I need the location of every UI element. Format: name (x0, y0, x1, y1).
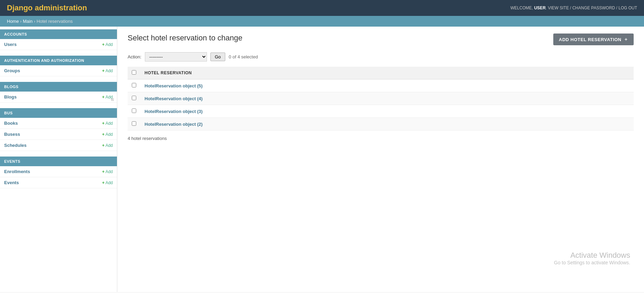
sidebar-item-events: Events+ Add (0, 177, 117, 188)
change-password-link[interactable]: CHANGE PASSWORD (572, 6, 615, 10)
sidebar-add-users[interactable]: + Add (102, 42, 113, 47)
sidebar-link-blogs[interactable]: Blogs (4, 94, 17, 100)
sidebar-item-blogs: Blogs+ Add (0, 92, 117, 103)
breadcrumb-home[interactable]: Home (7, 19, 19, 24)
view-site-link[interactable]: VIEW SITE (548, 6, 569, 10)
sidebar-add-groups[interactable]: + Add (102, 68, 113, 73)
row-link-3[interactable]: HotelReservation object (3) (145, 109, 202, 114)
action-bar: Action: --------- Go 0 of 4 selected (128, 52, 634, 62)
site-header: Django administration WELCOME, USER. VIE… (0, 0, 644, 16)
row-checkbox-4 (128, 92, 140, 105)
add-icon: ＋ (624, 36, 628, 42)
collapse-sidebar-icon[interactable]: « (111, 96, 114, 103)
sidebar-item-groups: Groups+ Add (0, 65, 117, 76)
selected-count: 0 of 4 selected (229, 54, 258, 59)
sidebar-add-books[interactable]: + Add (102, 121, 113, 126)
sidebar-link-schedules[interactable]: Schedules (4, 143, 27, 148)
table-row: HotelReservation object (3) (128, 105, 634, 118)
checkbox-row-2[interactable] (132, 121, 136, 126)
table-row: HotelReservation object (2) (128, 118, 634, 131)
checkbox-row-4[interactable] (132, 96, 136, 100)
username: USER (534, 6, 545, 10)
sidebar-section-header-2: BLOGS (0, 82, 117, 92)
sidebar-add-schedules[interactable]: + Add (102, 143, 113, 148)
page-title: Select hotel reservation to change (128, 34, 242, 42)
main-content: Select hotel reservation to change ADD H… (117, 27, 644, 292)
table-row: HotelReservation object (5) (128, 79, 634, 92)
sidebar-item-schedules: Schedules+ Add (0, 140, 117, 151)
sidebar-section-header-4: EVENTS (0, 157, 117, 166)
sidebar-item-books: Books+ Add (0, 118, 117, 129)
table-row: HotelReservation object (4) (128, 92, 634, 105)
sidebar-link-books[interactable]: Books (4, 121, 18, 126)
sidebar-add-busess[interactable]: + Add (102, 132, 113, 137)
results-table: HOTEL RESERVATION HotelReservation objec… (128, 67, 634, 131)
checkbox-row-3[interactable] (132, 108, 136, 113)
row-link-2[interactable]: HotelReservation object (2) (145, 122, 202, 127)
row-link-4[interactable]: HotelReservation object (4) (145, 96, 202, 101)
add-hotel-reservation-button[interactable]: ADD HOTEL RESERVATION ＋ (553, 34, 634, 45)
welcome-text: WELCOME, (511, 6, 534, 10)
breadcrumb: Home › Main › Hotel reservations (0, 16, 644, 27)
sidebar-item-users: Users+ Add (0, 39, 117, 50)
sidebar-link-enrollments[interactable]: Enrollments (4, 169, 30, 174)
breadcrumb-current: Hotel reservations (37, 19, 73, 24)
select-all-header (128, 67, 140, 79)
main-layout: ACCOUNTSUsers+ AddAUTHENTICATION AND AUT… (0, 27, 644, 292)
sidebar-item-enrollments: Enrollments+ Add (0, 166, 117, 177)
select-all-checkbox[interactable] (132, 70, 136, 75)
sidebar-add-enrollments[interactable]: + Add (102, 169, 113, 174)
table-body: HotelReservation object (5)HotelReservat… (128, 79, 634, 131)
row-label-4: HotelReservation object (4) (140, 92, 634, 105)
row-checkbox-5 (128, 79, 140, 92)
row-label-5: HotelReservation object (5) (140, 79, 634, 92)
sidebar-section-header-1: AUTHENTICATION AND AUTHORIZATION (0, 56, 117, 65)
sidebar-section-header-3: BUS (0, 108, 117, 118)
sidebar-add-events[interactable]: + Add (102, 180, 113, 185)
log-out-link[interactable]: LOG OUT (618, 6, 637, 10)
content-header: Select hotel reservation to change ADD H… (128, 34, 634, 45)
sidebar-item-busess: Busess+ Add (0, 129, 117, 140)
row-link-5[interactable]: HotelReservation object (5) (145, 83, 202, 88)
row-label-2: HotelReservation object (2) (140, 118, 634, 131)
row-checkbox-3 (128, 105, 140, 118)
sidebar-link-groups[interactable]: Groups (4, 68, 20, 73)
table-header-row: HOTEL RESERVATION (128, 67, 634, 79)
action-label: Action: (128, 54, 141, 59)
row-checkbox-2 (128, 118, 140, 131)
sidebar-link-events[interactable]: Events (4, 180, 19, 185)
row-label-3: HotelReservation object (3) (140, 105, 634, 118)
add-button-label: ADD HOTEL RESERVATION (559, 37, 621, 42)
go-button[interactable]: Go (210, 53, 225, 61)
sidebar-link-busess[interactable]: Busess (4, 132, 20, 137)
action-select[interactable]: --------- (145, 52, 207, 62)
column-header-reservation: HOTEL RESERVATION (140, 67, 634, 79)
results-count: 4 hotel reservations (128, 136, 634, 141)
sidebar-link-users[interactable]: Users (4, 42, 17, 47)
sidebar: ACCOUNTSUsers+ AddAUTHENTICATION AND AUT… (0, 27, 117, 292)
site-title: Django administration (7, 3, 87, 12)
sidebar-sections: ACCOUNTSUsers+ AddAUTHENTICATION AND AUT… (0, 29, 117, 191)
checkbox-row-5[interactable] (132, 83, 136, 87)
breadcrumb-main[interactable]: Main (23, 19, 32, 24)
sidebar-section-header-0: ACCOUNTS (0, 29, 117, 39)
user-tools: WELCOME, USER. VIEW SITE / CHANGE PASSWO… (511, 6, 637, 10)
